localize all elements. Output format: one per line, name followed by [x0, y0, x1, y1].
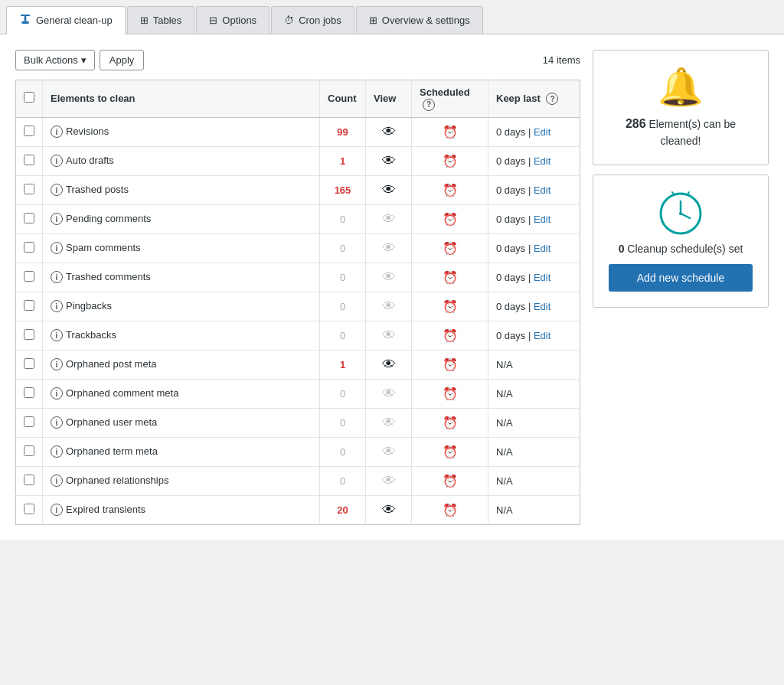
keep-days-value: 0 days: [496, 301, 525, 312]
row-view[interactable]: 👁: [366, 321, 412, 350]
tab-options[interactable]: ⊟ Options: [196, 6, 270, 34]
eye-inactive-icon[interactable]: 👁: [382, 444, 396, 459]
tabs-bar: General clean-up ⊞ Tables ⊟ Options ⏱ Cr…: [0, 0, 784, 34]
info-icon[interactable]: i: [51, 358, 63, 370]
add-schedule-button[interactable]: Add new schedule: [609, 264, 753, 292]
row-checkbox-2[interactable]: [24, 155, 34, 165]
elements-card: 🔔 286 Element(s) can be cleaned!: [593, 50, 769, 165]
row-scheduled: ⏰: [412, 204, 488, 233]
row-count: 0: [320, 233, 366, 263]
bulk-actions-dropdown[interactable]: Bulk Actions ▾: [15, 50, 95, 70]
info-icon[interactable]: i: [51, 155, 63, 167]
apply-button[interactable]: Apply: [100, 50, 145, 70]
eye-inactive-icon[interactable]: 👁: [382, 415, 396, 430]
eye-inactive-icon[interactable]: 👁: [382, 298, 396, 314]
info-icon[interactable]: i: [51, 329, 63, 341]
row-view[interactable]: 👁: [366, 233, 412, 263]
info-icon[interactable]: i: [51, 213, 63, 225]
edit-keep-link[interactable]: Edit: [534, 126, 550, 138]
row-checkbox-13[interactable]: [24, 475, 34, 485]
content-area: Bulk Actions ▾ Apply 14 items Elements t: [0, 34, 784, 540]
row-checkbox-3[interactable]: [24, 184, 34, 194]
tab-overview-settings[interactable]: ⊞ Overview & settings: [356, 6, 483, 34]
row-checkbox-4[interactable]: [24, 213, 34, 223]
clock-large-icon: [658, 191, 704, 236]
row-keep-last: N/A: [488, 350, 580, 379]
row-scheduled: ⏰: [412, 408, 488, 437]
table-row: iRevisions99👁⏰0 days | Edit: [16, 117, 580, 146]
row-scheduled: ⏰: [412, 175, 488, 204]
row-checkbox-1[interactable]: [24, 126, 34, 136]
eye-inactive-icon[interactable]: 👁: [382, 328, 396, 343]
row-checkbox-9[interactable]: [24, 358, 34, 369]
eye-inactive-icon[interactable]: 👁: [382, 386, 396, 401]
info-icon[interactable]: i: [51, 416, 63, 429]
row-view[interactable]: 👁: [366, 466, 412, 495]
row-checkbox-5[interactable]: [24, 242, 34, 253]
info-icon[interactable]: i: [51, 475, 63, 487]
row-view[interactable]: 👁: [366, 175, 412, 204]
row-element-name: iTrashed comments: [43, 263, 320, 292]
row-keep-last: N/A: [488, 379, 580, 408]
tab-tables[interactable]: ⊞ Tables: [127, 6, 195, 34]
toolbar: Bulk Actions ▾ Apply 14 items: [15, 50, 580, 70]
tab-general-cleanup[interactable]: General clean-up: [6, 6, 126, 34]
row-checkbox-14[interactable]: [24, 504, 34, 514]
svg-rect-1: [24, 16, 27, 21]
row-checkbox-7[interactable]: [24, 300, 34, 311]
row-view[interactable]: 👁: [366, 117, 412, 146]
row-view[interactable]: 👁: [366, 379, 412, 408]
bulk-actions-label: Bulk Actions: [24, 54, 78, 66]
info-icon[interactable]: i: [51, 184, 63, 196]
row-view[interactable]: 👁: [366, 408, 412, 437]
eye-inactive-icon[interactable]: 👁: [382, 211, 396, 227]
row-count: 165: [320, 175, 366, 204]
count-value: 0: [340, 330, 345, 341]
row-checkbox-6[interactable]: [24, 271, 34, 282]
edit-keep-link[interactable]: Edit: [534, 272, 550, 283]
table-row: iOrphaned user meta0👁⏰N/A: [16, 408, 580, 437]
eye-active-icon[interactable]: 👁: [382, 182, 396, 197]
row-element-name: iOrphaned relationships: [43, 466, 320, 495]
th-view: View: [366, 80, 412, 118]
eye-active-icon[interactable]: 👁: [382, 502, 396, 517]
row-checkbox-11[interactable]: [24, 416, 34, 427]
eye-inactive-icon[interactable]: 👁: [382, 269, 396, 285]
info-icon[interactable]: i: [51, 445, 63, 458]
eye-active-icon[interactable]: 👁: [382, 124, 396, 139]
eye-active-icon[interactable]: 👁: [382, 357, 396, 372]
info-icon[interactable]: i: [51, 387, 63, 400]
row-view[interactable]: 👁: [366, 437, 412, 466]
row-keep-last: 0 days | Edit: [488, 233, 580, 263]
eye-active-icon[interactable]: 👁: [382, 153, 396, 168]
row-view[interactable]: 👁: [366, 495, 412, 524]
row-view[interactable]: 👁: [366, 350, 412, 379]
row-checkbox-cell: [16, 379, 43, 408]
info-icon[interactable]: i: [51, 271, 63, 283]
row-checkbox-8[interactable]: [24, 329, 34, 340]
row-view[interactable]: 👁: [366, 146, 412, 175]
info-icon[interactable]: i: [51, 242, 63, 254]
svg-line-6: [681, 214, 690, 218]
edit-keep-link[interactable]: Edit: [534, 214, 550, 225]
select-all-checkbox[interactable]: [24, 92, 34, 103]
edit-keep-link[interactable]: Edit: [534, 155, 550, 167]
eye-inactive-icon[interactable]: 👁: [382, 473, 396, 488]
row-checkbox-10[interactable]: [24, 387, 34, 398]
row-view[interactable]: 👁: [366, 263, 412, 292]
edit-keep-link[interactable]: Edit: [534, 184, 550, 196]
edit-keep-link[interactable]: Edit: [534, 301, 550, 312]
eye-inactive-icon[interactable]: 👁: [382, 240, 396, 256]
row-view[interactable]: 👁: [366, 204, 412, 233]
keep-last-help-icon[interactable]: ?: [546, 93, 558, 105]
info-icon[interactable]: i: [51, 504, 63, 516]
edit-keep-link[interactable]: Edit: [534, 330, 550, 341]
row-checkbox-12[interactable]: [24, 445, 34, 456]
edit-keep-link[interactable]: Edit: [534, 243, 550, 254]
info-icon[interactable]: i: [51, 126, 63, 138]
info-icon[interactable]: i: [51, 300, 63, 312]
tab-cron-jobs[interactable]: ⏱ Cron jobs: [271, 6, 354, 34]
th-select-all: [16, 80, 43, 118]
scheduled-help-icon[interactable]: ?: [423, 99, 435, 111]
row-view[interactable]: 👁: [366, 292, 412, 321]
